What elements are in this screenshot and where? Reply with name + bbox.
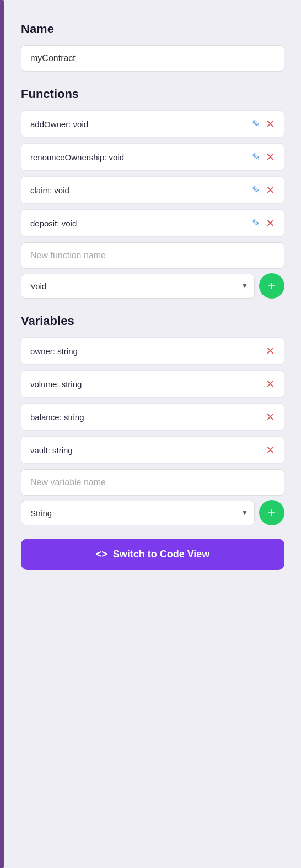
new-function-type-row: Void String Int Bool ▼ + — [21, 273, 284, 299]
new-variable-type-row: String Int Bool Void ▼ + — [21, 500, 284, 525]
function-label: renounceOwnership: void — [30, 153, 252, 162]
variable-type-select-wrapper: String Int Bool Void ▼ — [21, 501, 255, 525]
variable-item: owner: string ✕ — [21, 337, 284, 365]
function-actions: ✎ ✕ — [252, 185, 275, 196]
add-variable-button[interactable]: + — [259, 500, 284, 525]
function-label: deposit: void — [30, 219, 252, 228]
delete-function-icon[interactable]: ✕ — [266, 185, 275, 196]
variable-label: vault: string — [30, 446, 73, 455]
name-section: Name — [21, 22, 284, 72]
function-item: claim: void ✎ ✕ — [21, 176, 284, 204]
delete-variable-icon[interactable]: ✕ — [266, 378, 275, 389]
new-function-input-row — [21, 242, 284, 269]
function-label: claim: void — [30, 186, 252, 195]
delete-function-icon[interactable]: ✕ — [266, 118, 275, 129]
function-item: deposit: void ✎ ✕ — [21, 209, 284, 237]
function-actions: ✎ ✕ — [252, 151, 275, 162]
function-actions: ✎ ✕ — [252, 218, 275, 229]
variable-item: balance: string ✕ — [21, 403, 284, 431]
function-label: addOwner: void — [30, 120, 252, 129]
switch-button-label: Switch to Code View — [113, 549, 210, 560]
function-type-select[interactable]: Void String Int Bool — [21, 274, 255, 299]
variable-label: volume: string — [30, 379, 82, 389]
switch-to-code-view-button[interactable]: <> Switch to Code View — [21, 539, 284, 570]
edit-function-icon[interactable]: ✎ — [252, 119, 260, 129]
function-type-select-wrapper: Void String Int Bool ▼ — [21, 274, 255, 299]
add-function-icon: + — [268, 278, 276, 294]
variable-label: owner: string — [30, 346, 78, 356]
functions-section-title: Functions — [21, 87, 284, 101]
add-function-button[interactable]: + — [259, 273, 284, 299]
functions-section: Functions addOwner: void ✎ ✕ renounceOwn… — [21, 87, 284, 299]
contract-name-input[interactable] — [21, 45, 284, 72]
variable-item: volume: string ✕ — [21, 370, 284, 398]
variable-item: vault: string ✕ — [21, 436, 284, 464]
new-variable-input-row — [21, 469, 284, 496]
variables-section-title: Variables — [21, 314, 284, 328]
delete-function-icon[interactable]: ✕ — [266, 218, 275, 229]
delete-function-icon[interactable]: ✕ — [266, 151, 275, 162]
main-panel: Name Functions addOwner: void ✎ ✕ renoun… — [4, 0, 301, 868]
edit-function-icon[interactable]: ✎ — [252, 152, 260, 162]
delete-variable-icon[interactable]: ✕ — [266, 444, 275, 455]
variables-section: Variables owner: string ✕ volume: string… — [21, 303, 284, 525]
variable-type-select[interactable]: String Int Bool Void — [21, 501, 255, 525]
delete-variable-icon[interactable]: ✕ — [266, 345, 275, 356]
add-variable-icon: + — [268, 505, 276, 520]
main-container: Name Functions addOwner: void ✎ ✕ renoun… — [0, 0, 301, 868]
delete-variable-icon[interactable]: ✕ — [266, 411, 275, 422]
new-variable-name-input[interactable] — [21, 469, 284, 496]
name-section-title: Name — [21, 22, 284, 36]
new-function-name-input[interactable] — [21, 242, 284, 269]
variable-label: balance: string — [30, 413, 84, 422]
edit-function-icon[interactable]: ✎ — [252, 185, 260, 195]
edit-function-icon[interactable]: ✎ — [252, 218, 260, 228]
code-view-icon: <> — [96, 549, 108, 560]
left-accent — [0, 0, 4, 868]
function-actions: ✎ ✕ — [252, 118, 275, 129]
function-item: addOwner: void ✎ ✕ — [21, 110, 284, 138]
function-item: renounceOwnership: void ✎ ✕ — [21, 143, 284, 171]
